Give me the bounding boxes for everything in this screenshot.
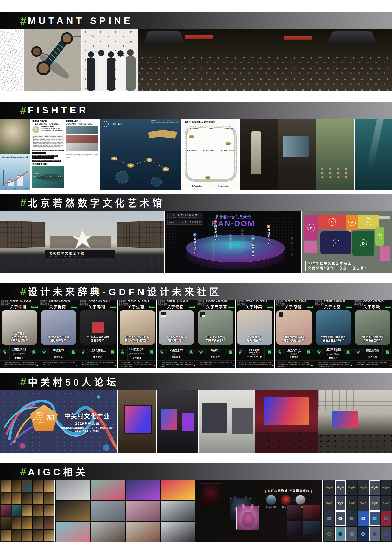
step-label: 3. Installation bbox=[222, 127, 233, 129]
card-description: “2050年,被人工智能和机器替代手工作的人们开始以民族舞蹈等传统形式保存人类劳… bbox=[275, 360, 313, 368]
fishter-left-column: Microplastics Abundance in E 41.05 116.9… bbox=[0, 118, 30, 190]
no-column: NO 忌 bbox=[225, 346, 235, 360]
expo-hall-photo bbox=[199, 390, 255, 453]
fishter-collage: Microplastics Abundance in E 41.05 116.9… bbox=[0, 118, 392, 190]
ghost-label: 数字艺术 bbox=[228, 234, 232, 250]
work-info: 《人生切割术》 Severance Apple TV+ 科幻剧集 bbox=[167, 346, 186, 360]
lunar-text bbox=[40, 307, 48, 308]
ai-badge-image bbox=[346, 480, 357, 495]
image-accent bbox=[327, 322, 340, 333]
plaza-sculpture bbox=[72, 229, 93, 251]
ai-badge-image bbox=[346, 496, 357, 511]
ocean-art bbox=[100, 118, 181, 190]
ai-badge-image bbox=[358, 496, 369, 511]
ai-interior-image bbox=[33, 530, 43, 541]
card-image: “需要用段舞蹈才能 铭记人类的历史?” bbox=[276, 310, 312, 345]
chart-title: Microplastics Abundance in E bbox=[1, 156, 29, 158]
card-date: 2026 06/23 bbox=[40, 300, 48, 309]
work-title-en: Portable Oasis bbox=[366, 351, 379, 353]
trend-line bbox=[4, 170, 29, 186]
future-calendar-logo: FUTURE CALENDAR bbox=[245, 300, 273, 303]
node-media: D媒体舆论 bbox=[193, 233, 196, 253]
yes-column: YES 宜 bbox=[0, 346, 9, 360]
work-info: 《农业设想》 Square Roots 农场设计 Farm Design bbox=[245, 346, 265, 360]
ai-sneaker-image bbox=[161, 522, 195, 542]
no-column: NO 忌 bbox=[265, 346, 274, 360]
lunar-text bbox=[237, 307, 245, 308]
stakeholder-disc: A政策部门 D媒体舆论 B游戏发行 C出品厂商 bbox=[186, 235, 285, 270]
research-column-left: RESEARCH: THE FORMING REASONS. RUTGERS, … bbox=[32, 120, 64, 188]
forum-year-en: 2019 ACTIVITIES bbox=[61, 430, 114, 432]
step-label: 4.3 Floating bbox=[187, 150, 197, 151]
expo-corridor-photo bbox=[157, 390, 198, 453]
no-column: NO 忌 bbox=[383, 346, 392, 360]
card-tag bbox=[307, 306, 313, 307]
flow-chip: PRODUCTION & LIVING bbox=[32, 152, 46, 154]
lunar-text bbox=[1, 307, 9, 308]
card-description: “这个性化食物将在未来迅速普及,基于这个前提open meals重新构想了寿司在… bbox=[78, 360, 117, 368]
work-title-en: Real 5G bbox=[212, 351, 219, 353]
hash-icon: # bbox=[20, 14, 26, 27]
scenarios-title: Fishter System & Scenarios: bbox=[184, 120, 238, 123]
ai-sneaker-image bbox=[91, 501, 125, 521]
no-column: NO 忌 bbox=[186, 346, 196, 360]
ai-interior-image bbox=[33, 480, 43, 492]
yes-column: YES 宜 bbox=[157, 346, 167, 360]
ai-sneaker-image bbox=[126, 480, 160, 500]
future-calendar-card: 2040 06/07 FUTURE CALENDAR 关于太空 bbox=[314, 299, 353, 368]
ai-badge-image bbox=[369, 480, 380, 495]
classroom-photo bbox=[240, 118, 278, 190]
work-info: 日本人2050 People in Japan 岩渊正树 社会分析 bbox=[284, 346, 304, 360]
future-calendar-logo: FUTURE CALENDAR bbox=[324, 300, 352, 303]
section-header-fishter: # FISHTER bbox=[0, 102, 392, 118]
flow-chip: WASTEWATER TREATMENT FACTORY bbox=[32, 155, 53, 157]
ai-interior-image bbox=[0, 505, 11, 517]
zone-g: G bbox=[318, 215, 346, 229]
plaza-paving bbox=[0, 259, 164, 273]
image-accent bbox=[288, 322, 300, 333]
research-poster: RESEARCH: THE FORMING REASONS. RUTGERS, … bbox=[31, 118, 99, 190]
card-title: 关于元宇宙 bbox=[206, 304, 227, 309]
card-description: ““这是为了创造一个气泡,让我可以把自己包裹起来,把自己与一个拥挤且充满污染的世… bbox=[353, 360, 392, 368]
ai-badge-image bbox=[324, 511, 335, 526]
card-quote: “更可持续 又合乎道德的 未来食物幻想?” bbox=[3, 332, 35, 342]
microplastics-chart: Microplastics Abundance in E 41.05 116.9… bbox=[0, 154, 30, 190]
ai-sneaker-image bbox=[126, 501, 160, 521]
work-category: 食物设计 bbox=[15, 356, 24, 359]
scenarios-panel: Fishter System & Scenarios: 1. Assemble2… bbox=[182, 118, 239, 190]
ai-interior-image bbox=[44, 480, 54, 492]
step-label: 5. Recycling bbox=[192, 185, 202, 187]
work-info: 《机器牧师》 SanTo Gabriele Trovato 设计尝试 bbox=[49, 346, 68, 360]
ai-interior-image bbox=[33, 517, 43, 529]
lunar-text bbox=[276, 307, 284, 308]
cork-filter-icon bbox=[226, 142, 231, 145]
expert-title: RUTGERS, MASTER IN ENVIROMENTAL SCIENCE,… bbox=[41, 126, 64, 131]
future-calendar-logo: FUTURE CALENDAR bbox=[128, 300, 155, 303]
forum-banner: DIGITAL CULTURE INDUSTRY 50 EXPERTS FORU… bbox=[0, 390, 118, 453]
zone-a: A bbox=[346, 215, 358, 230]
cork-filter-icon bbox=[189, 135, 194, 138]
step-label: 6. Incineration bbox=[217, 185, 229, 187]
hash-icon: # bbox=[20, 285, 26, 298]
badge-grid bbox=[323, 480, 392, 542]
qr-code bbox=[161, 312, 166, 317]
lunar-text bbox=[119, 307, 127, 308]
sneaker-grid bbox=[55, 480, 196, 542]
yes-column: YES 宜 bbox=[236, 346, 245, 360]
tent-canopy bbox=[326, 30, 378, 46]
no-column: NO 忌 bbox=[304, 346, 314, 360]
card-quote: “火星殖民? 先做“植民”?” bbox=[239, 335, 271, 342]
cork-filter-icon bbox=[205, 176, 210, 179]
card-tag bbox=[267, 306, 273, 307]
work-info: 《衔尾蛇牛排》 Ouroboros Steak Orkan Telhan And… bbox=[9, 346, 29, 360]
ai-badge-image bbox=[381, 526, 392, 541]
random-diagram-panel: 公共文化空间开发思路 IDEATION OF PUBLIC CULTURAL S… bbox=[165, 211, 301, 273]
hash-icon: # bbox=[20, 465, 26, 478]
future-calendar-card: 2040 05/25 FUTURE CALENDAR 关于习俗 bbox=[275, 299, 313, 368]
road-loop bbox=[185, 125, 237, 182]
steps-row: 5. Recycling6. Incineration bbox=[184, 185, 237, 187]
work-category: 广告短片 bbox=[211, 355, 220, 358]
card-tag bbox=[228, 306, 234, 307]
work-title-cn: 《便携式绿洲》 bbox=[365, 348, 381, 351]
ai-mask-image bbox=[287, 521, 301, 535]
